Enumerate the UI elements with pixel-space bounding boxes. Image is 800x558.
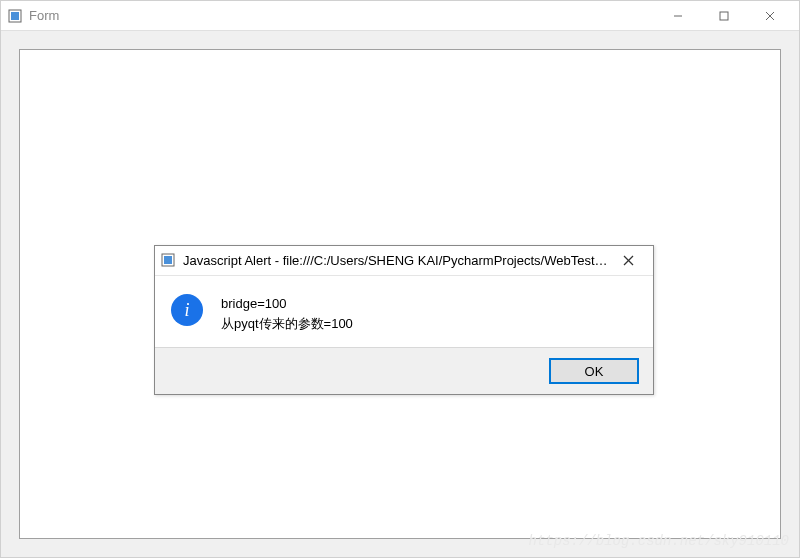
minimize-button[interactable]: [655, 1, 701, 31]
info-icon: i: [171, 294, 203, 326]
dialog-app-icon: [161, 253, 177, 269]
app-icon: [7, 8, 23, 24]
dialog-message-line1: bridge=100: [221, 294, 353, 314]
dialog-title: Javascript Alert - file:///C:/Users/SHEN…: [183, 253, 609, 268]
svg-rect-7: [164, 256, 172, 264]
main-window: Form Javascript Alert - file:///C:/Use: [0, 0, 800, 558]
titlebar: Form: [1, 1, 799, 31]
dialog-close-button[interactable]: [609, 247, 647, 275]
svg-rect-1: [11, 12, 19, 20]
alert-dialog: Javascript Alert - file:///C:/Users/SHEN…: [154, 245, 654, 395]
ok-button[interactable]: OK: [549, 358, 639, 384]
window-controls: [655, 1, 793, 31]
dialog-body: i bridge=100 从pyqt传来的参数=100: [155, 276, 653, 347]
maximize-button[interactable]: [701, 1, 747, 31]
dialog-message-line2: 从pyqt传来的参数=100: [221, 314, 353, 334]
window-title: Form: [29, 8, 655, 23]
dialog-titlebar: Javascript Alert - file:///C:/Users/SHEN…: [155, 246, 653, 276]
close-button[interactable]: [747, 1, 793, 31]
dialog-message: bridge=100 从pyqt传来的参数=100: [221, 294, 353, 333]
svg-rect-3: [720, 12, 728, 20]
dialog-footer: OK: [155, 347, 653, 394]
